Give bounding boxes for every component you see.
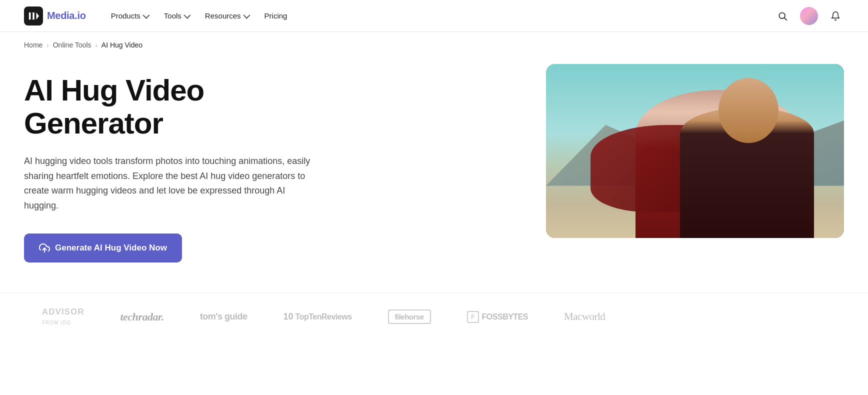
logo[interactable]: Media.io xyxy=(24,6,86,26)
logo-text: Media.io xyxy=(47,10,86,22)
generate-cta-button[interactable]: Generate AI Hug Video Now xyxy=(24,234,182,262)
hero-image-inner xyxy=(546,64,844,238)
navbar: Media.io Products Tools Resources Pricin… xyxy=(0,0,868,32)
nav-tools[interactable]: Tools xyxy=(157,8,196,24)
breadcrumb: Home › Online Tools › AI Hug Video xyxy=(0,32,868,54)
hero-section: AI Hug Video Generator AI hugging video … xyxy=(0,54,868,292)
notification-bell-button[interactable] xyxy=(827,8,844,24)
nav-resources[interactable]: Resources xyxy=(198,8,256,24)
upload-cloud-icon xyxy=(39,242,50,254)
svg-marker-2 xyxy=(36,12,40,20)
hero-image-container xyxy=(374,64,844,238)
nav-right xyxy=(774,7,844,25)
breadcrumb-home[interactable]: Home xyxy=(24,41,42,49)
hero-content: AI Hug Video Generator AI hugging video … xyxy=(24,64,344,262)
bell-icon xyxy=(830,11,840,21)
avatar[interactable] xyxy=(800,7,818,25)
breadcrumb-separator: › xyxy=(46,42,48,49)
nav-items: Products Tools Resources Pricing xyxy=(104,8,774,24)
page-title: AI Hug Video Generator xyxy=(24,74,344,140)
svg-line-4 xyxy=(784,18,787,20)
search-icon xyxy=(778,11,788,21)
partner-fossbytes: F FOSSBYTES xyxy=(449,305,546,329)
partner-toms-guide: tom's guide xyxy=(182,305,266,329)
partner-topten-reviews: 10 TopTenReviews xyxy=(266,305,370,329)
partner-filehorse: filehorse xyxy=(370,305,449,329)
chevron-down-icon xyxy=(142,12,150,18)
logo-icon xyxy=(24,6,43,26)
partners-bar: ADVISORFROM IDG techradar. tom's guide 1… xyxy=(0,292,868,341)
breadcrumb-separator: › xyxy=(96,42,98,49)
svg-rect-1 xyxy=(32,12,34,20)
partner-macworld: Macworld xyxy=(546,305,623,329)
partner-techradar: techradar. xyxy=(102,305,182,329)
person-front-head xyxy=(718,78,778,143)
chevron-down-icon xyxy=(184,12,190,18)
hero-description: AI hugging video tools transform photos … xyxy=(24,154,319,214)
breadcrumb-current: AI Hug Video xyxy=(102,41,142,49)
nav-pricing[interactable]: Pricing xyxy=(258,8,294,24)
breadcrumb-online-tools[interactable]: Online Tools xyxy=(53,41,92,49)
chevron-down-icon xyxy=(243,12,250,18)
search-button[interactable] xyxy=(774,8,791,24)
svg-rect-0 xyxy=(29,12,31,20)
nav-products[interactable]: Products xyxy=(104,8,155,24)
partner-advisor: ADVISORFROM IDG xyxy=(24,305,102,329)
hero-image xyxy=(546,64,844,238)
